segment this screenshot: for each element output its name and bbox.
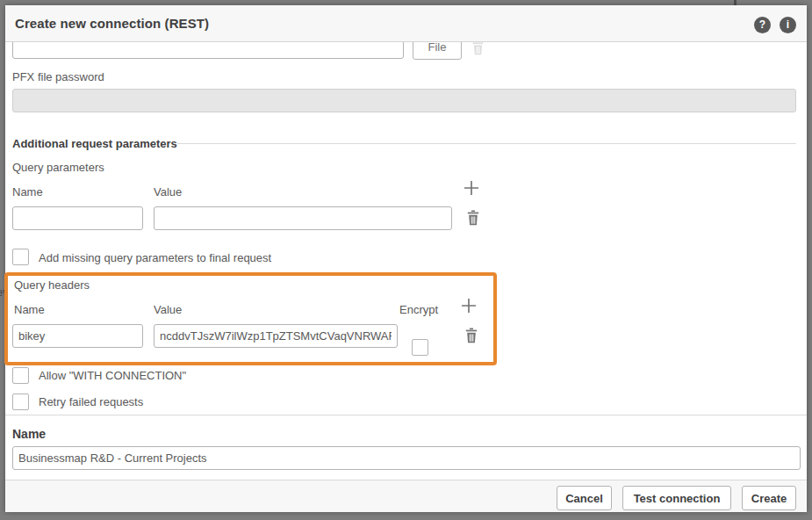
connection-name-label: Name [12, 427, 46, 441]
add-query-header-icon[interactable] [461, 298, 477, 314]
query-headers-value-header: Value [154, 303, 182, 316]
query-headers-label: Query headers [14, 278, 90, 292]
query-header-value-input[interactable] [154, 324, 398, 348]
pfx-password-label: PFX file password [12, 70, 104, 83]
add-missing-query-parameters-label[interactable]: Add missing query parameters to final re… [39, 251, 271, 264]
help-icon[interactable]: ? [754, 17, 771, 33]
query-headers-encrypt-header: Encrypt [399, 303, 438, 316]
query-parameters-value-header: Value [154, 185, 182, 199]
pfx-password-input [12, 89, 796, 112]
query-parameter-value-input[interactable] [154, 206, 452, 230]
dialog-title: Create new connection (REST) [15, 5, 209, 41]
create-connection-dialog: File Create new connection (REST) ? i PF… [5, 5, 807, 512]
allow-with-connection-label[interactable]: Allow "WITH CONNECTION" [39, 369, 186, 382]
query-parameters-name-header: Name [12, 185, 43, 199]
encrypt-checkbox[interactable] [412, 339, 428, 356]
test-connection-button[interactable]: Test connection [622, 486, 731, 510]
delete-query-header-icon[interactable] [464, 328, 478, 343]
add-missing-query-parameters-checkbox[interactable] [12, 249, 29, 265]
delete-query-parameter-icon[interactable] [466, 210, 480, 226]
retry-failed-requests-label[interactable]: Retry failed requests [39, 395, 143, 408]
connection-name-input[interactable] [12, 446, 801, 470]
query-parameters-label: Query parameters [12, 161, 104, 174]
allow-with-connection-checkbox[interactable] [12, 367, 29, 384]
section-divider-line [177, 143, 796, 144]
create-button[interactable]: Create [742, 486, 796, 510]
section-header-additional-request-parameters: Additional request parameters [12, 137, 177, 150]
cancel-button[interactable]: Cancel [557, 486, 612, 510]
query-header-name-input[interactable] [12, 324, 143, 348]
add-query-parameter-icon[interactable] [463, 180, 479, 196]
query-headers-name-header: Name [14, 303, 45, 316]
trash-icon-disabled [471, 40, 485, 55]
dialog-titlebar: Create new connection (REST) ? i [5, 5, 807, 42]
info-icon[interactable]: i [780, 17, 796, 33]
content-footer-divider [5, 415, 807, 415]
retry-failed-requests-checkbox[interactable] [12, 394, 29, 410]
query-parameter-name-input[interactable] [12, 206, 143, 230]
